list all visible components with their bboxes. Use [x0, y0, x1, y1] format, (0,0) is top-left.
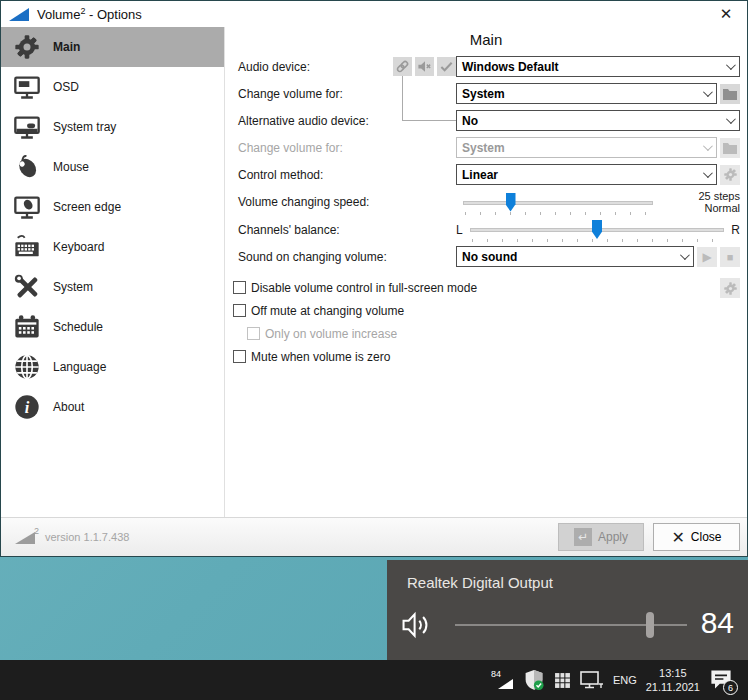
- sound-select[interactable]: No sound: [456, 246, 694, 267]
- audio-device-select[interactable]: Windows Default: [456, 56, 740, 77]
- chevron-down-icon: [726, 114, 736, 124]
- audio-device-row: Audio device: Windows Default: [225, 53, 747, 80]
- volume-osd: Realtek Digital Output 84: [387, 560, 748, 660]
- sidebar-item-about[interactable]: i About: [1, 387, 224, 427]
- volume-speed-slider[interactable]: [463, 189, 653, 216]
- play-sound-button: ▶: [697, 247, 717, 267]
- sidebar-item-language[interactable]: Language: [1, 347, 224, 387]
- tools-icon: [10, 271, 44, 303]
- sidebar-item-main[interactable]: Main: [1, 27, 224, 67]
- control-method-settings-button: [720, 165, 740, 185]
- off-mute-checkbox[interactable]: [233, 304, 246, 317]
- globe-icon: [10, 351, 44, 383]
- sidebar-item-keyboard[interactable]: Keyboard: [1, 227, 224, 267]
- change-volume-alt-row: Change volume for: System: [225, 134, 747, 161]
- mute-device-button[interactable]: [415, 57, 434, 76]
- sidebar-item-label: Language: [53, 360, 106, 374]
- sidebar-item-screen-edge[interactable]: Screen edge: [1, 187, 224, 227]
- alt-audio-device-row: Alternative audio device: No: [225, 107, 747, 134]
- balance-row: Channels' balance: L R: [225, 216, 747, 243]
- balance-slider[interactable]: [470, 216, 725, 243]
- options-window: Volume2 - Options ✕ Main OSD Syst: [0, 0, 748, 557]
- off-mute-row: Off mute at changing volume: [225, 299, 747, 322]
- change-volume-select[interactable]: System: [456, 83, 717, 104]
- browse-folder-button: [720, 138, 740, 158]
- chevron-down-icon: [703, 87, 713, 97]
- mute-zero-row: Mute when volume is zero: [225, 345, 747, 368]
- change-volume-row: Change volume for: System: [225, 80, 747, 107]
- calendar-icon: [10, 311, 44, 343]
- volume-speed-row: Volume changing speed: 25 steps Normal: [225, 188, 747, 216]
- close-x-icon: ✕: [671, 528, 684, 547]
- browse-folder-button[interactable]: [720, 84, 740, 104]
- gear-icon: [10, 31, 44, 63]
- link-connector-line: [402, 76, 403, 120]
- sidebar: Main OSD System tray Mouse: [1, 27, 225, 517]
- mute-zero-checkbox[interactable]: [233, 350, 246, 363]
- fullscreen-disable-checkbox[interactable]: [233, 281, 246, 294]
- taskbar-clock[interactable]: 13:15 21.11.2021: [646, 666, 700, 694]
- sidebar-item-label: Schedule: [53, 320, 103, 334]
- info-icon: i: [10, 391, 44, 423]
- sidebar-item-schedule[interactable]: Schedule: [1, 307, 224, 347]
- window-close-icon[interactable]: ✕: [713, 5, 739, 23]
- link-devices-button[interactable]: [393, 57, 412, 76]
- fullscreen-disable-row: Disable volume control in full-screen mo…: [225, 276, 747, 299]
- close-button[interactable]: ✕ Close: [653, 523, 740, 551]
- tray-monitor-icon: [10, 111, 44, 143]
- sidebar-item-label: Screen edge: [53, 200, 121, 214]
- change-volume-alt-select: System: [456, 137, 717, 158]
- sidebar-item-label: System tray: [53, 120, 116, 134]
- osd-volume-value: 84: [701, 606, 734, 640]
- sidebar-item-label: System: [53, 280, 93, 294]
- chevron-down-icon: [680, 250, 690, 260]
- balance-label: Channels' balance:: [238, 223, 456, 237]
- fullscreen-settings-button: [720, 278, 740, 298]
- sound-row: Sound on changing volume: No sound ▶ ■: [225, 243, 747, 270]
- balance-left-label: L: [456, 223, 463, 237]
- control-method-label: Control method:: [238, 168, 456, 182]
- slider-thumb[interactable]: [592, 220, 602, 239]
- volume2-tray-icon[interactable]: 84: [490, 668, 514, 692]
- osd-slider-thumb[interactable]: [646, 612, 654, 638]
- control-method-row: Control method: Linear: [225, 161, 747, 188]
- mouse-icon: [10, 151, 44, 183]
- action-center-icon[interactable]: 6: [709, 667, 735, 693]
- grid-tray-icon[interactable]: [554, 672, 571, 689]
- only-increase-checkbox: [247, 327, 260, 340]
- language-indicator[interactable]: ENG: [613, 674, 637, 686]
- osd-volume-slider[interactable]: [455, 610, 687, 640]
- sidebar-item-system-tray[interactable]: System tray: [1, 107, 224, 147]
- change-volume-alt-label: Change volume for:: [238, 141, 456, 155]
- sidebar-item-osd[interactable]: OSD: [1, 67, 224, 107]
- sidebar-item-label: OSD: [53, 80, 79, 94]
- main-panel: Main Audio device: Windows Default Chang…: [225, 27, 747, 517]
- clock-date: 21.11.2021: [646, 680, 700, 694]
- audio-device-label: Audio device:: [238, 60, 393, 74]
- stop-icon: ■: [727, 251, 734, 263]
- apply-button[interactable]: ↵ Apply: [558, 523, 644, 551]
- sidebar-item-system[interactable]: System: [1, 267, 224, 307]
- sidebar-item-label: Main: [53, 40, 80, 54]
- window-title: Volume2 - Options: [37, 6, 142, 22]
- sidebar-item-mouse[interactable]: Mouse: [1, 147, 224, 187]
- slider-ticks: [472, 239, 723, 242]
- speaker-icon[interactable]: [401, 610, 435, 644]
- slider-ticks: [465, 212, 651, 215]
- taskbar: 84 ENG 13:15 21.11.2021 6: [0, 660, 748, 700]
- check-device-button[interactable]: [437, 57, 456, 76]
- app-logo-icon: [9, 8, 29, 21]
- network-tray-icon[interactable]: [580, 671, 604, 690]
- balance-right-label: R: [731, 223, 740, 237]
- slider-thumb[interactable]: [506, 193, 516, 212]
- alt-audio-device-select[interactable]: No: [456, 110, 740, 131]
- chevron-down-icon: [703, 168, 713, 178]
- chevron-down-icon: [726, 60, 736, 70]
- stop-sound-button: ■: [720, 247, 740, 267]
- control-method-select[interactable]: Linear: [456, 164, 717, 185]
- titlebar: Volume2 - Options ✕: [1, 1, 747, 27]
- svg-text:i: i: [25, 398, 30, 417]
- link-connector-line: [402, 120, 456, 121]
- security-shield-icon[interactable]: [523, 669, 545, 691]
- version-text: version 1.1.7.438: [45, 531, 129, 543]
